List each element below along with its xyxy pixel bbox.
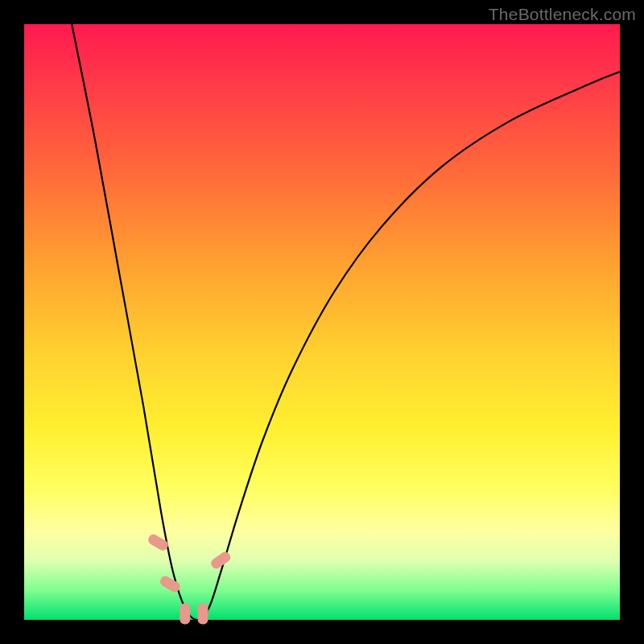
marker-bottom-2 xyxy=(198,604,208,625)
watermark-text: TheBottleneck.com xyxy=(489,5,636,24)
bottleneck-chart xyxy=(24,24,620,620)
bottleneck-curve-line xyxy=(72,24,620,620)
marker-bottom-1 xyxy=(180,604,190,625)
marker-right-1 xyxy=(209,550,233,571)
marker-left-1 xyxy=(147,533,170,552)
